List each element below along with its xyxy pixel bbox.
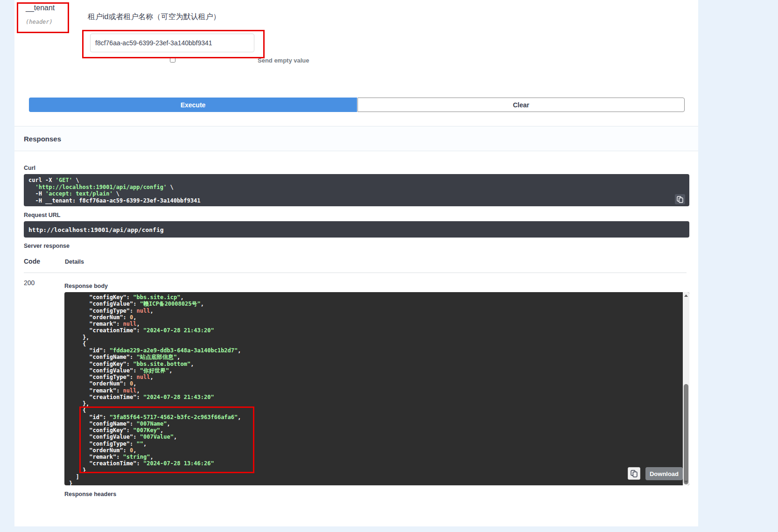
table-header-divider bbox=[24, 273, 687, 273]
response-body-text: "configKey": "bbs.site.icp", "configValu… bbox=[64, 292, 683, 485]
copy-curl-button[interactable] bbox=[675, 194, 685, 204]
scrollbar-thumb[interactable] bbox=[684, 384, 688, 484]
execute-button[interactable]: Execute bbox=[29, 98, 357, 112]
parameter-location: (header) bbox=[26, 19, 53, 25]
status-code: 200 bbox=[24, 279, 35, 287]
responses-title: Responses bbox=[24, 135, 61, 143]
opblock-body: __tenant (header) 租户id或者租户名称（可空为默认租户） Se… bbox=[14, 0, 698, 526]
response-headers-label: Response headers bbox=[64, 491, 116, 497]
request-url-block: http://localhost:19001/api/app/config bbox=[24, 221, 689, 238]
parameter-description: 租户id或者租户名称（可空为默认租户） bbox=[88, 12, 220, 22]
copy-response-button[interactable] bbox=[628, 467, 640, 480]
server-response-label: Server response bbox=[24, 243, 70, 249]
clipboard-icon bbox=[677, 196, 683, 203]
curl-command-text: curl -X 'GET' \ 'http://localhost:19001/… bbox=[28, 177, 685, 204]
download-button[interactable]: Download bbox=[645, 467, 683, 480]
clipboard-icon bbox=[631, 470, 638, 477]
curl-block: curl -X 'GET' \ 'http://localhost:19001/… bbox=[24, 174, 689, 206]
response-body-label: Response body bbox=[64, 283, 108, 289]
details-column-header: Details bbox=[65, 259, 84, 265]
code-column-header: Code bbox=[24, 258, 40, 265]
send-empty-label: Send empty value bbox=[258, 57, 309, 64]
responses-section-header: Responses bbox=[14, 126, 698, 151]
clear-button[interactable]: Clear bbox=[357, 98, 685, 112]
scroll-down-icon[interactable] bbox=[683, 478, 689, 485]
send-empty-checkbox[interactable] bbox=[170, 57, 175, 63]
parameter-name: __tenant bbox=[26, 4, 55, 12]
tenant-input[interactable] bbox=[90, 34, 254, 52]
curl-label: Curl bbox=[24, 165, 35, 171]
request-url-label: Request URL bbox=[24, 212, 60, 218]
response-body-block: "configKey": "bbs.site.icp", "configValu… bbox=[64, 292, 689, 485]
scroll-up-icon[interactable] bbox=[683, 292, 689, 299]
request-url-value: http://localhost:19001/api/app/config bbox=[28, 226, 164, 233]
response-scrollbar[interactable] bbox=[683, 292, 689, 485]
